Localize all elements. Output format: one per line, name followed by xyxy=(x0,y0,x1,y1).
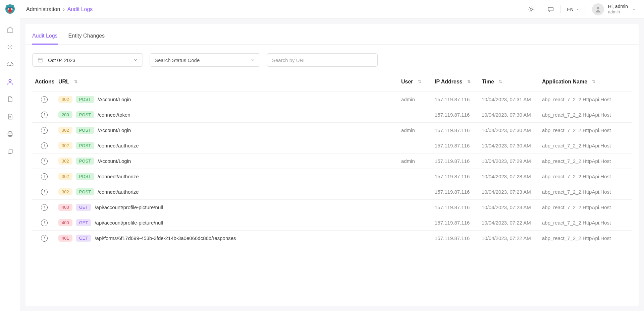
table-row: i400GET/api/account/profile-picture/null… xyxy=(32,199,632,215)
time-cell: 10/04/2023, 07:31 AM xyxy=(482,97,542,102)
col-url[interactable]: URL ⇅ xyxy=(58,79,401,85)
nav-cloud-icon[interactable] xyxy=(5,60,15,69)
status-code-filter[interactable]: Search Status Code xyxy=(150,53,260,67)
info-button[interactable]: i xyxy=(41,96,48,103)
theme-toggle-icon[interactable] xyxy=(528,6,535,13)
svg-point-7 xyxy=(11,9,12,9)
info-button[interactable]: i xyxy=(41,235,48,242)
chevron-down-icon xyxy=(133,58,138,62)
info-button[interactable]: i xyxy=(41,189,48,195)
nav-printer-icon[interactable] xyxy=(5,129,15,139)
method-badge: POST xyxy=(76,188,94,195)
info-button[interactable]: i xyxy=(41,173,48,180)
svg-point-16 xyxy=(597,7,599,9)
table-header: Actions URL ⇅ User ⇅ IP Address ⇅ xyxy=(32,75,632,91)
table-row: i200POST/connect/token157.119.87.11610/0… xyxy=(32,107,632,122)
breadcrumb-separator: › xyxy=(63,6,65,12)
language-label: EN xyxy=(567,7,573,12)
ip-cell: 157.119.87.116 xyxy=(435,143,482,148)
status-badge: 400 xyxy=(58,204,72,211)
url-text: /connect/authorize xyxy=(98,143,139,148)
user-menu[interactable]: Hi, admin admin xyxy=(592,3,636,15)
tab-entity-changes[interactable]: Entity Changes xyxy=(68,31,105,45)
time-cell: 10/04/2023, 07:30 AM xyxy=(482,127,542,133)
user-role: admin xyxy=(608,9,628,15)
ip-cell: 157.119.87.116 xyxy=(435,97,482,102)
time-cell: 10/04/2023, 07:22 AM xyxy=(482,235,542,241)
time-cell: 10/04/2023, 07:22 AM xyxy=(482,220,542,226)
status-badge: 401 xyxy=(58,235,72,242)
method-badge: POST xyxy=(76,142,94,149)
col-app[interactable]: Application Name ⇅ xyxy=(542,79,629,85)
language-selector[interactable]: EN xyxy=(567,7,579,12)
nav-user-icon[interactable] xyxy=(5,77,15,86)
status-badge: 302 xyxy=(58,158,72,165)
table-row: i401GET/api/forms/6f17d699-453b-3fde-214… xyxy=(32,230,632,246)
status-badge: 200 xyxy=(58,111,72,118)
ip-cell: 157.119.87.116 xyxy=(435,189,482,195)
method-badge: POST xyxy=(76,173,94,180)
ip-cell: 157.119.87.116 xyxy=(435,174,482,179)
app-cell: abp_react_7_2_2.HttpApi.Host xyxy=(542,112,629,118)
info-button[interactable]: i xyxy=(41,127,48,134)
col-user[interactable]: User ⇅ xyxy=(401,79,435,85)
ip-cell: 157.119.87.116 xyxy=(435,220,482,226)
time-cell: 10/04/2023, 07:30 AM xyxy=(482,112,542,118)
url-text: /Account/Login xyxy=(98,127,131,133)
table-row: i302POST/connect/authorize157.119.87.116… xyxy=(32,184,632,199)
app-cell: abp_react_7_2_2.HttpApi.Host xyxy=(542,97,629,102)
date-value: Oct 04 2023 xyxy=(48,57,133,63)
chat-icon[interactable] xyxy=(547,6,554,13)
time-cell: 10/04/2023, 07:28 AM xyxy=(482,174,542,179)
app-cell: abp_react_7_2_2.HttpApi.Host xyxy=(542,235,629,241)
url-text: /connect/authorize xyxy=(98,189,139,195)
app-logo[interactable] xyxy=(3,3,17,17)
info-button[interactable]: i xyxy=(41,204,48,211)
user-cell: admin xyxy=(401,158,435,164)
date-filter[interactable]: Oct 04 2023 xyxy=(32,53,143,67)
table-row: i302POST/connect/authorize157.119.87.116… xyxy=(32,138,632,153)
method-badge: GET xyxy=(76,204,92,211)
app-cell: abp_react_7_2_2.HttpApi.Host xyxy=(542,174,629,179)
url-search[interactable] xyxy=(267,53,378,67)
method-badge: POST xyxy=(76,158,94,165)
table-row: i302POST/Account/Loginadmin157.119.87.11… xyxy=(32,91,632,107)
user-greeting: Hi, admin xyxy=(608,3,628,9)
method-badge: GET xyxy=(76,219,92,226)
nav-brightness-icon[interactable] xyxy=(5,42,15,52)
calendar-icon xyxy=(37,57,43,63)
url-search-input[interactable] xyxy=(272,57,373,63)
app-cell: abp_react_7_2_2.HttpApi.Host xyxy=(542,127,629,133)
svg-rect-11 xyxy=(9,132,11,133)
info-button[interactable]: i xyxy=(41,220,48,226)
time-cell: 10/04/2023, 07:23 AM xyxy=(482,204,542,210)
table-row: i302POST/Account/Loginadmin157.119.87.11… xyxy=(32,122,632,138)
sort-icon: ⇅ xyxy=(74,79,77,84)
nav-document2-icon[interactable] xyxy=(5,112,15,121)
ip-cell: 157.119.87.116 xyxy=(435,204,482,210)
chevron-down-icon xyxy=(251,58,255,62)
sort-icon: ⇅ xyxy=(499,79,502,84)
chevron-down-icon xyxy=(576,7,580,11)
info-button[interactable]: i xyxy=(41,158,48,165)
info-button[interactable]: i xyxy=(41,142,48,149)
nav-home-icon[interactable] xyxy=(5,25,15,34)
status-badge: 302 xyxy=(58,142,72,149)
nav-document-icon[interactable] xyxy=(5,95,15,104)
method-badge: POST xyxy=(76,96,94,103)
info-button[interactable]: i xyxy=(41,112,48,118)
method-badge: POST xyxy=(76,127,94,134)
nav-copy-icon[interactable] xyxy=(5,147,15,156)
app-cell: abp_react_7_2_2.HttpApi.Host xyxy=(542,158,629,164)
col-time[interactable]: Time ⇅ xyxy=(482,79,542,85)
svg-rect-10 xyxy=(8,133,12,135)
tab-audit-logs[interactable]: Audit Logs xyxy=(32,31,58,45)
col-ip[interactable]: IP Address ⇅ xyxy=(435,79,482,85)
status-placeholder: Search Status Code xyxy=(155,57,251,63)
svg-point-2 xyxy=(12,5,14,7)
app-cell: abp_react_7_2_2.HttpApi.Host xyxy=(542,204,629,210)
svg-rect-15 xyxy=(548,7,553,11)
breadcrumb-root[interactable]: Administration xyxy=(26,6,60,12)
url-text: /connect/token xyxy=(98,112,130,118)
url-text: /Account/Login xyxy=(98,97,131,102)
